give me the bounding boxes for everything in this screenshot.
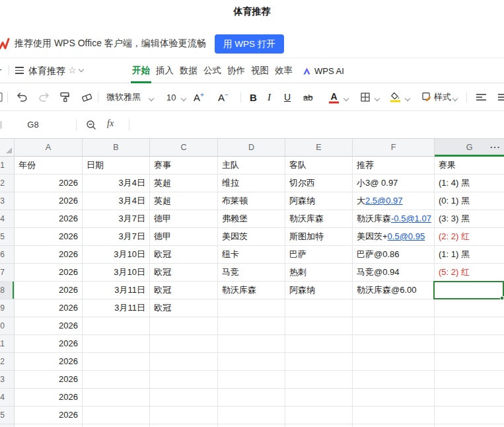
cell-home[interactable] xyxy=(218,353,285,371)
cell-league[interactable] xyxy=(150,424,218,427)
cell-date[interactable]: 3月4日 xyxy=(83,175,150,192)
cell-away[interactable]: 勒沃库森 xyxy=(285,210,353,228)
cell-away[interactable]: 巴萨 xyxy=(285,246,353,264)
cell-date[interactable] xyxy=(83,317,150,335)
row-header[interactable]: 6 xyxy=(0,246,15,264)
cell-away[interactable] xyxy=(285,317,353,335)
font-color-chevron-icon[interactable] xyxy=(344,91,348,103)
cell-league[interactable]: 欧冠 xyxy=(150,264,218,282)
cell-tip[interactable] xyxy=(353,299,435,317)
cell-tip[interactable]: 巴萨@0.86 xyxy=(353,246,435,264)
row-header[interactable]: 15 xyxy=(0,407,15,424)
font-color-button[interactable]: A xyxy=(329,91,339,103)
cell-home-label[interactable]: 主队 xyxy=(218,157,285,175)
cell-date[interactable] xyxy=(83,424,150,427)
cell-year[interactable]: 2026 xyxy=(15,424,83,427)
cell-league[interactable]: 德甲 xyxy=(150,210,218,228)
cell-result[interactable] xyxy=(435,317,504,335)
font-family-select[interactable]: 微软雅黑 xyxy=(106,91,141,103)
cell-tip[interactable] xyxy=(353,424,435,427)
strikethrough-button[interactable]: ab xyxy=(303,92,312,102)
favorite-star-icon[interactable]: ☆ xyxy=(68,65,77,75)
zoom-out-formula-icon[interactable] xyxy=(86,120,96,130)
cell-away[interactable] xyxy=(285,335,353,353)
cell-tip[interactable] xyxy=(353,335,435,353)
undo-button[interactable] xyxy=(17,92,28,102)
cell-date-label[interactable]: 日期 xyxy=(83,157,150,175)
cell-year[interactable]: 2026 xyxy=(15,317,83,335)
cell-home[interactable]: 维拉 xyxy=(218,175,285,192)
redo-button[interactable] xyxy=(38,92,50,102)
fill-color-chevron-icon[interactable] xyxy=(406,91,410,103)
cell-date[interactable]: 3月11日 xyxy=(83,282,150,299)
insert-function-icon[interactable]: fx xyxy=(107,118,114,129)
cell-year[interactable]: 2026 xyxy=(15,389,83,407)
cell-home[interactable] xyxy=(218,335,285,353)
tab-collaborate[interactable]: 协作 xyxy=(226,58,246,83)
row-header[interactable]: 7 xyxy=(0,264,15,282)
cell-tip[interactable] xyxy=(353,407,435,424)
row-header[interactable]: 4 xyxy=(0,210,15,228)
font-size-select[interactable]: 10 xyxy=(166,92,176,102)
cell-result[interactable]: (5: 2) 红 xyxy=(435,264,504,282)
align-left-button[interactable] xyxy=(476,93,486,101)
cell-result[interactable]: (1: 1) 黑 xyxy=(435,246,504,264)
cell-away[interactable]: 热刺 xyxy=(285,264,353,282)
cell-year[interactable]: 2026 xyxy=(15,228,83,246)
bold-button[interactable]: B xyxy=(250,91,257,102)
cell-result[interactable] xyxy=(435,299,504,317)
open-in-wps-button[interactable]: 用 WPS 打开 xyxy=(215,34,284,54)
cell-home[interactable] xyxy=(218,424,285,427)
column-header-e[interactable]: E xyxy=(285,139,353,157)
cell-tip[interactable]: 大2.5@0.97 xyxy=(353,192,435,210)
cell-result[interactable]: (2: 2) 红 xyxy=(435,228,504,246)
font-family-chevron-icon[interactable] xyxy=(149,91,153,103)
cell-year[interactable]: 2026 xyxy=(15,299,83,317)
cell-away[interactable] xyxy=(285,389,353,407)
row-header[interactable]: 5 xyxy=(0,228,15,246)
main-menu-icon[interactable] xyxy=(15,67,24,76)
cell-result-label[interactable]: 赛果 xyxy=(435,157,504,175)
cell-tip[interactable] xyxy=(353,371,435,389)
select-all-corner[interactable] xyxy=(0,139,15,157)
cell-home[interactable]: 纽卡 xyxy=(218,246,285,264)
borders-button[interactable] xyxy=(361,93,370,102)
cell-tip[interactable]: 小3@ 0.97 xyxy=(353,175,435,192)
cell-date[interactable]: 3月10日 xyxy=(83,246,150,264)
cell-home[interactable]: 布莱顿 xyxy=(218,192,285,210)
cell-away-label[interactable]: 客队 xyxy=(285,157,353,175)
cell-date[interactable] xyxy=(83,389,150,407)
cell-league[interactable] xyxy=(150,317,218,335)
row-header[interactable]: 16 xyxy=(0,424,15,427)
cell-home[interactable] xyxy=(218,317,285,335)
cell-style-chevron-icon[interactable] xyxy=(453,91,457,103)
cell-result[interactable] xyxy=(435,407,504,424)
cell-away[interactable]: 斯图加特 xyxy=(285,228,353,246)
tip-link[interactable]: 0.5@0.95 xyxy=(388,231,425,241)
decrease-font-button[interactable]: A− xyxy=(218,91,229,103)
tab-view[interactable]: 视图 xyxy=(250,58,270,83)
cell-league[interactable] xyxy=(150,335,218,353)
cell-away[interactable] xyxy=(285,353,353,371)
tab-home[interactable]: 开始 xyxy=(131,58,151,83)
column-header-f[interactable]: F xyxy=(353,139,435,157)
cell-tip[interactable] xyxy=(353,353,435,371)
row-header[interactable]: 3 xyxy=(0,192,15,210)
cell-date[interactable]: 3月11日 xyxy=(83,299,150,317)
fill-handle[interactable] xyxy=(500,296,504,300)
cell-date[interactable]: 3月4日 xyxy=(83,192,150,210)
cell-league[interactable] xyxy=(150,371,218,389)
borders-chevron-icon[interactable] xyxy=(375,91,379,103)
cell-year[interactable]: 2026 xyxy=(15,210,83,228)
tip-link[interactable]: -0.5@1.07 xyxy=(391,214,431,223)
cell-date[interactable] xyxy=(83,335,150,353)
underline-button[interactable]: U xyxy=(284,92,291,102)
row-header[interactable]: 1 xyxy=(0,157,15,175)
column-header-b[interactable]: B xyxy=(83,139,150,157)
cell-home[interactable] xyxy=(218,299,285,317)
row-header[interactable]: 2 xyxy=(0,175,15,192)
clipped-toolbar-icon[interactable] xyxy=(0,92,3,102)
cell-league[interactable]: 欧冠 xyxy=(150,246,218,264)
cell-date[interactable] xyxy=(83,371,150,389)
cell-away[interactable]: 阿森纳 xyxy=(285,282,353,299)
